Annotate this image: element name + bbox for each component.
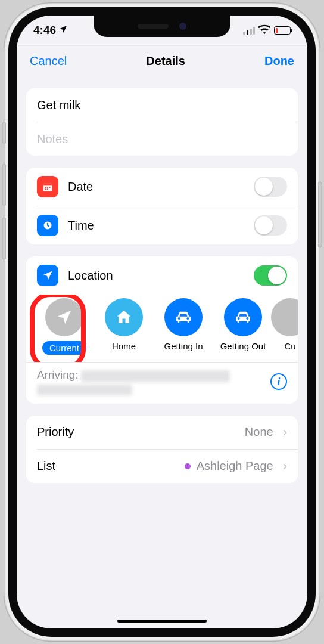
svg-rect-4: [49, 187, 51, 188]
location-row[interactable]: Location: [26, 256, 298, 295]
location-label: Location: [68, 269, 254, 283]
location-card: Location Current: [26, 256, 298, 404]
location-option-getting-out[interactable]: Getting Out: [216, 298, 270, 355]
svg-rect-3: [47, 187, 48, 188]
list-label: List: [37, 459, 185, 473]
power-button: [318, 182, 322, 247]
location-option-label: Current: [42, 341, 86, 355]
calendar-icon: [37, 176, 58, 197]
svg-rect-5: [45, 188, 46, 190]
done-button[interactable]: Done: [264, 54, 294, 68]
reminder-title: Get milk: [37, 98, 80, 112]
location-option-getting-in[interactable]: Getting In: [156, 298, 211, 355]
list-row[interactable]: List Ashleigh Page ›: [26, 450, 298, 483]
svg-rect-2: [45, 187, 46, 188]
page-title: Details: [146, 54, 185, 68]
location-option-label: Getting In: [164, 341, 202, 351]
datetime-card: Date Time: [26, 168, 298, 244]
location-arrow-icon: [271, 298, 298, 336]
nav-bar: Cancel Details Done: [17, 45, 307, 76]
chevron-right-icon: ›: [283, 459, 287, 474]
location-option-home[interactable]: Home: [96, 298, 151, 355]
list-value: Ashleigh Page: [197, 459, 273, 473]
title-card: Get milk Notes: [26, 88, 298, 156]
time-label: Time: [68, 219, 254, 233]
notes-field[interactable]: Notes: [26, 122, 298, 156]
status-time: 4:46: [33, 24, 56, 37]
list-color-dot: [185, 463, 191, 469]
location-option-label: Home: [112, 341, 136, 351]
car-icon: [224, 298, 262, 336]
arriving-row[interactable]: Arriving: i: [26, 363, 298, 404]
content-scroll[interactable]: Get milk Notes Date: [17, 76, 307, 628]
location-option-label: Cu: [284, 341, 295, 351]
arriving-address-redacted: [81, 370, 230, 382]
wifi-icon: [258, 24, 270, 37]
location-options-scroll[interactable]: Current Home Getting In: [26, 295, 298, 362]
notes-placeholder: Notes: [37, 132, 68, 146]
location-arrow-icon: [45, 298, 83, 336]
notch: [94, 16, 230, 37]
location-services-icon: [58, 24, 68, 37]
time-toggle[interactable]: [254, 215, 287, 236]
priority-label: Priority: [37, 425, 245, 439]
priority-row[interactable]: Priority None›: [26, 416, 298, 449]
location-option-label: Getting Out: [220, 341, 266, 351]
location-option-custom[interactable]: Cu: [275, 298, 298, 355]
car-icon: [164, 298, 202, 336]
chevron-right-icon: ›: [283, 425, 287, 440]
cell-signal-icon: [243, 26, 255, 35]
priority-value: None: [245, 425, 273, 439]
battery-icon: [274, 26, 291, 35]
phone-frame: 4:46 Cancel Details Done: [4, 3, 320, 641]
info-icon[interactable]: i: [270, 373, 287, 390]
clock-icon: [37, 215, 58, 236]
house-icon: [105, 298, 143, 336]
location-icon: [37, 265, 58, 286]
volume-down-button: [2, 218, 6, 259]
svg-rect-1: [43, 183, 52, 185]
cancel-button[interactable]: Cancel: [30, 54, 67, 68]
arriving-label: Arriving:: [37, 369, 79, 381]
meta-card: Priority None› List Ashleigh Page ›: [26, 416, 298, 483]
date-row[interactable]: Date: [26, 168, 298, 206]
date-toggle[interactable]: [254, 177, 287, 197]
time-row[interactable]: Time: [26, 206, 298, 244]
location-option-current[interactable]: Current: [37, 298, 92, 355]
title-field[interactable]: Get milk: [26, 88, 298, 122]
svg-rect-6: [47, 188, 48, 190]
home-indicator[interactable]: [117, 620, 207, 623]
arriving-address-redacted-2: [37, 385, 132, 395]
volume-up-button: [2, 164, 6, 206]
date-label: Date: [68, 180, 254, 194]
mute-switch: [2, 122, 6, 144]
location-toggle[interactable]: [254, 265, 287, 286]
